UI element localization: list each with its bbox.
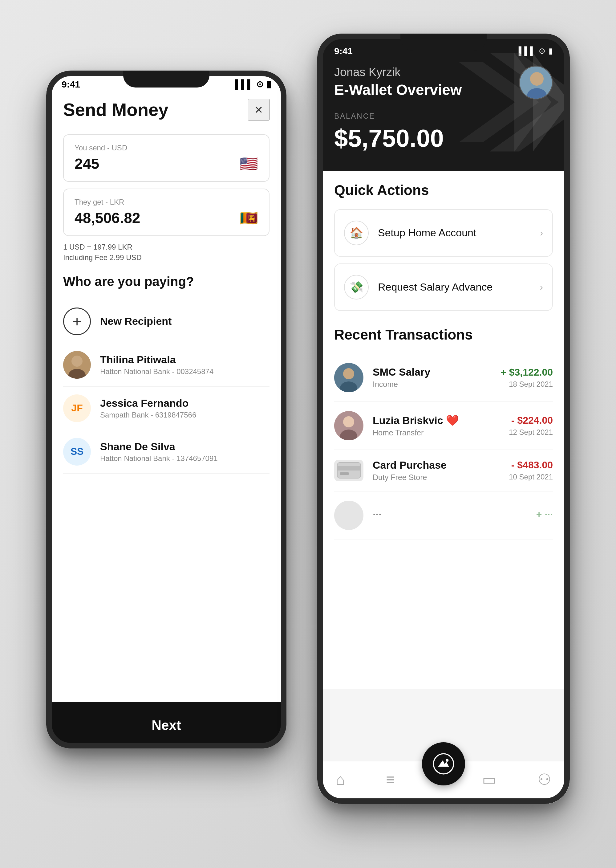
balance-label: BALANCE [334,112,553,121]
phone-right: 9:41 ▌▌▌ ⊙ ▮ [317,34,570,804]
chevron-right-icon-2: › [540,282,543,292]
new-recipient-label: New Recipient [100,315,171,327]
nav-card-icon: ▭ [482,771,497,788]
nav-profile[interactable]: ⚇ [537,771,551,788]
time-left: 9:41 [61,79,80,90]
svg-point-10 [343,416,354,428]
recent-transactions-title: Recent Transactions [334,326,553,343]
receive-flag: 🇱🇰 [240,209,258,227]
receive-label: They get - LKR [75,198,258,206]
tx-info-card: Card Purchase Duty Free Store [373,459,509,482]
send-amount: 245 [75,155,99,172]
tx-sub-smc: Income [373,380,501,389]
quick-actions-title: Quick Actions [334,182,553,198]
tx-amount-card: - $483.00 [509,459,553,471]
status-icons-left: ▌▌▌ ⊙ ▮ [235,79,271,90]
quick-action-home-left: 🏠 Setup Home Account [344,221,476,245]
user-avatar [519,66,553,99]
salary-advance-label: Request Salary Advance [378,281,492,293]
recipient-name-0: Thilina Pitiwala [100,354,214,366]
signal-icon: ▌▌▌ [235,80,253,90]
tx-avatar-partial [334,501,363,530]
wallet-content: Quick Actions 🏠 Setup Home Account › 💸 R… [317,165,570,689]
battery-icon: ▮ [266,79,271,90]
tx-date-luzia: 12 Sept 2021 [509,428,553,437]
scene: 9:41 ▌▌▌ ⊙ ▮ Send Money × You se [46,34,570,835]
tx-amount-col-card: - $483.00 10 Sept 2021 [509,459,553,481]
send-money-content: Send Money × You send - USD 245 🇺🇸 They [46,93,286,480]
tx-name-smc: SMC Salary [373,366,501,378]
tx-date-card: 10 Sept 2021 [509,473,553,481]
recipient-name-1: Jessica Fernando [100,397,196,409]
send-money-title: Send Money [63,99,168,120]
send-field[interactable]: You send - USD 245 🇺🇸 [63,134,269,182]
svg-point-7 [343,368,354,379]
tx-amount-col-luzia: - $224.00 12 Sept 2021 [509,415,553,437]
tx-amount-smc: + $3,122.00 [501,367,553,378]
recipient-bank-2: Hatton National Bank - 1374657091 [100,454,218,463]
tx-amount-partial: + ··· [536,509,553,520]
avatar-shane: SS [63,438,91,465]
send-flag: 🇺🇸 [240,155,258,173]
recipient-info-2: Shane De Silva Hatton National Bank - 13… [100,440,218,463]
new-recipient-item[interactable]: + New Recipient [63,300,269,343]
nav-menu[interactable]: ≡ [386,771,395,788]
rate-line1: 1 USD = 197.99 LKR [63,243,269,252]
tx-avatar-luzia [334,411,363,440]
send-row: 245 🇺🇸 [75,155,258,173]
tx-smc-salary: SMC Salary Income + $3,122.00 18 Sept 20… [334,354,553,402]
recipient-item-0[interactable]: Thilina Pitiwala Hatton National Bank - … [63,343,269,387]
home-account-label: Setup Home Account [378,227,476,239]
tx-info-partial: ··· [373,508,536,522]
wallet-user-name: Jonas Kyrzik [334,66,462,79]
paying-section-title: Who are you paying? [63,274,269,289]
salary-advance-icon: 💸 [344,275,369,299]
wallet-overview-title: E-Wallet Overview [334,81,462,98]
tx-amount-col-smc: + $3,122.00 18 Sept 2021 [501,367,553,388]
tx-avatar-smc [334,363,363,392]
receive-field[interactable]: They get - LKR 48,506.82 🇱🇰 [63,189,269,236]
new-recipient-icon: + [63,308,91,335]
tx-date-smc: 18 Sept 2021 [501,380,553,388]
recipient-item-2[interactable]: SS Shane De Silva Hatton National Bank -… [63,430,269,473]
wallet-user-info: Jonas Kyrzik E-Wallet Overview [334,66,462,98]
recipient-info-1: Jessica Fernando Sampath Bank - 63198475… [100,397,196,419]
receive-amount: 48,506.82 [75,209,140,226]
send-money-header: Send Money × [63,99,269,121]
nav-card[interactable]: ▭ [482,771,497,788]
tx-amount-luzia: - $224.00 [509,415,553,426]
svg-point-16 [446,759,448,761]
wallet-header: 9:41 ▌▌▌ ⊙ ▮ [317,34,570,171]
recipient-info-0: Thilina Pitiwala Hatton National Bank - … [100,354,214,376]
tx-info-luzia: Luzia Briskvic ❤️ Home Transfer [373,414,509,437]
home-account-icon: 🏠 [344,221,369,245]
recipient-item-1[interactable]: JF Jessica Fernando Sampath Bank - 63198… [63,387,269,430]
nav-home-icon: ⌂ [336,771,345,788]
phone-left: 9:41 ▌▌▌ ⊙ ▮ Send Money × You se [46,71,286,748]
rate-info: 1 USD = 197.99 LKR Including Fee 2.99 US… [63,243,269,262]
nav-home[interactable]: ⌂ [336,771,345,788]
avatar-thilina [63,351,91,379]
svg-rect-14 [340,472,349,475]
close-button[interactable]: × [248,99,269,121]
notch-left [123,71,209,88]
receive-row: 48,506.82 🇱🇰 [75,209,258,227]
tx-card: Card Purchase Duty Free Store - $483.00 … [334,450,553,491]
tx-name-card: Card Purchase [373,459,509,471]
next-button[interactable]: Next [46,702,286,748]
tx-name-partial: ··· [373,508,536,520]
wallet-user-row: Jonas Kyrzik E-Wallet Overview [334,66,553,99]
send-label: You send - USD [75,143,258,152]
quick-action-salary[interactable]: 💸 Request Salary Advance › [334,263,553,311]
wallet-time: 9:41 [334,46,353,57]
quick-action-salary-left: 💸 Request Salary Advance [344,275,492,299]
tx-amount-col-partial: + ··· [536,509,553,522]
wifi-icon: ⊙ [256,79,263,90]
nav-menu-icon: ≡ [386,771,395,788]
nav-profile-icon: ⚇ [537,771,551,788]
fab-button[interactable] [422,742,465,785]
svg-point-1 [71,355,83,367]
balance-amount: $5,750.00 [334,124,553,153]
quick-action-home[interactable]: 🏠 Setup Home Account › [334,209,553,257]
wallet-screen: 9:41 ▌▌▌ ⊙ ▮ [317,34,570,804]
